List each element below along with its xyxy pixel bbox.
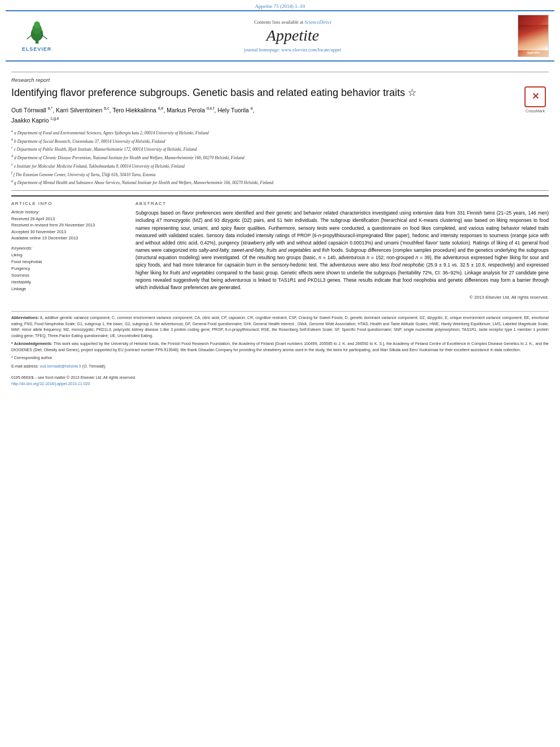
- abbreviations-text: Abbreviations: A, additive genetic varia…: [11, 315, 549, 339]
- authors-line: Outi Törnwall a,*, Karri Silventoinen b,…: [11, 105, 549, 125]
- svg-line-4: [27, 35, 32, 39]
- footnotes-area: Abbreviations: A, additive genetic varia…: [11, 311, 549, 369]
- affiliations: a a Department of Food and Environmental…: [11, 128, 549, 186]
- email-line: E-mail address: outi.tornwall@helsinki.f…: [11, 364, 549, 370]
- history-label: Article history:: [11, 209, 124, 215]
- two-col-section: ARTICLE INFO Article history: Received 2…: [11, 201, 549, 300]
- article-info-header: ARTICLE INFO: [11, 201, 124, 206]
- cover-journal-name: Appetite: [527, 50, 540, 55]
- divider-2: [11, 190, 549, 191]
- issn-line: 0195-6663/$ – see front matter © 2013 El…: [11, 375, 136, 387]
- keywords-list: Liking Food neophobia Pungency Sourness …: [11, 252, 124, 292]
- divider-1: [11, 72, 549, 72]
- keyword-pungency: Pungency: [11, 265, 124, 272]
- abstract-column: ABSTRACT Subgroups based on flavor prefe…: [135, 201, 549, 300]
- keywords-section: Keywords: Liking Food neophobia Pungency…: [11, 246, 124, 292]
- crossmark-label: CrossMark: [526, 108, 545, 113]
- section-label: Research report: [11, 77, 549, 83]
- crossmark-badge[interactable]: CrossMark: [522, 86, 549, 113]
- article-title-container: Identifying flavor preference subgroups.…: [11, 86, 549, 99]
- sciencedirect-line: Contents lists available at ScienceDirec…: [68, 19, 518, 25]
- keywords-label: Keywords:: [11, 246, 124, 251]
- elsevier-tree-icon: [21, 20, 53, 45]
- contents-text: Contents lists available at: [254, 19, 303, 25]
- keyword-heritability: Heritability: [11, 279, 124, 286]
- elsevier-logo: ELSEVIER: [11, 20, 62, 52]
- affiliation-c: c c Department of Public Health, Hjelt I…: [11, 145, 549, 152]
- journal-ref-text: Appetite 75 (2014) 1–10: [255, 3, 305, 9]
- revised-date: Received in revised form 29 November 201…: [11, 222, 124, 228]
- keyword-linkage: Linkage: [11, 286, 124, 292]
- author-email[interactable]: outi.tornwall@helsinki.fi: [40, 364, 81, 368]
- crossmark-icon: [524, 86, 546, 107]
- journal-banner: ELSEVIER Contents lists available at Sci…: [6, 10, 554, 62]
- doi-link[interactable]: http://dx.doi.org/10.1016/j.appet.2013.1…: [11, 381, 136, 387]
- article-info-column: ARTICLE INFO Article history: Received 2…: [11, 201, 124, 300]
- affiliation-e: e e Institute for Molecular Medicine Fin…: [11, 161, 549, 169]
- affiliation-g: g g Department of Mental Health and Subs…: [11, 178, 549, 186]
- keyword-food-neophobia: Food neophobia: [11, 259, 124, 265]
- keyword-liking: Liking: [11, 252, 124, 259]
- journal-homepage: journal homepage: www.elsevier.com/locat…: [68, 47, 518, 53]
- journal-center: Contents lists available at ScienceDirec…: [68, 19, 518, 53]
- journal-reference: Appetite 75 (2014) 1–10: [0, 0, 560, 10]
- article-title-text: Identifying flavor preference subgroups.…: [11, 87, 417, 98]
- issn-text: 0195-6663/$ – see front matter © 2013 El…: [11, 375, 136, 381]
- affiliation-a: a a Department of Food and Environmental…: [11, 128, 549, 136]
- keyword-sourness: Sourness: [11, 272, 124, 279]
- divider-3: [11, 195, 549, 196]
- abstract-text: Subgroups based on flavor preferences we…: [135, 209, 549, 291]
- main-content: Research report Identifying flavor prefe…: [0, 62, 560, 305]
- svg-line-5: [42, 35, 47, 39]
- email-author-name: (O. Törnwall).: [82, 364, 106, 368]
- homepage-prefix: journal homepage:: [244, 47, 282, 53]
- corresponding-author-note: * Corresponding author.: [11, 355, 549, 361]
- accepted-date: Accepted 30 November 2013: [11, 229, 124, 235]
- abstract-header: ABSTRACT: [135, 201, 549, 206]
- affiliation-b: b b Department of Social Research, Union…: [11, 137, 549, 145]
- homepage-url: www.elsevier.com/locate/appet: [281, 47, 341, 53]
- journal-cover-thumbnail: Appetite: [518, 15, 549, 57]
- received-date: Received 26 April 2013: [11, 216, 124, 222]
- elsevier-wordmark: ELSEVIER: [22, 46, 52, 52]
- sciencedirect-link[interactable]: ScienceDirect: [304, 19, 331, 25]
- affiliation-f: f f The Estonian Genome Center, Universi…: [11, 170, 549, 178]
- svg-point-3: [34, 21, 40, 29]
- available-date: Available online 19 December 2013: [11, 235, 124, 241]
- acknowledgements-text: * Acknowledgements: This work was suppor…: [11, 341, 549, 353]
- copyright-line: © 2013 Elsevier Ltd. All rights reserved…: [135, 295, 549, 300]
- journal-title: Appetite: [68, 27, 518, 45]
- affiliation-d: d d Department of Chronic Disease Preven…: [11, 153, 549, 161]
- bottom-bar: 0195-6663/$ – see front matter © 2013 El…: [11, 375, 549, 387]
- page-wrapper: Appetite 75 (2014) 1–10 ELSEVIER Content…: [0, 0, 560, 747]
